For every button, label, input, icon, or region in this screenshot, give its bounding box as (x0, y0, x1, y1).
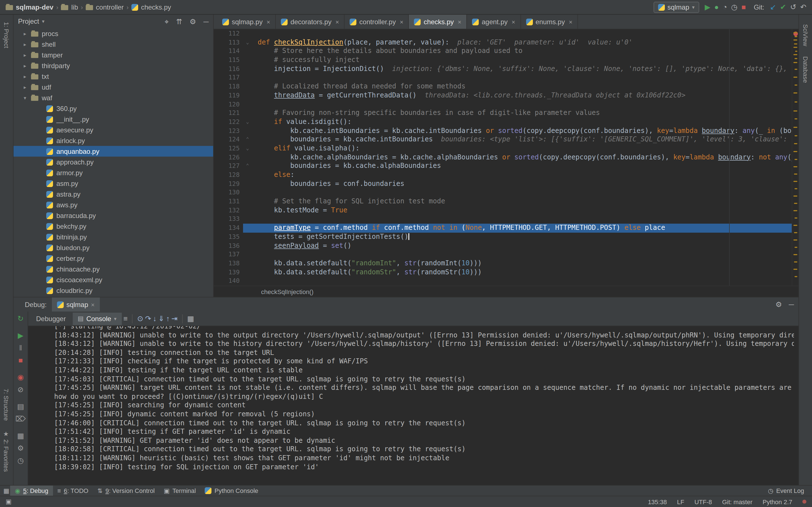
stripe-button-favorites[interactable]: ★ 2: Favorites (3, 426, 10, 477)
tree-file-item[interactable]: anquanbao.py (13, 146, 213, 157)
interpreter[interactable]: Python 2.7 (763, 498, 792, 505)
stripe-button-database[interactable]: Database (802, 51, 809, 88)
breadcrumb-item[interactable]: sqlmap-dev (6, 3, 53, 11)
resume-icon[interactable]: ▶ (18, 332, 23, 339)
gutter-line-number[interactable]: 118 (214, 82, 243, 91)
stop-icon[interactable]: ■ (742, 3, 746, 11)
update-project-icon[interactable]: ↙ (770, 3, 776, 11)
tree-folder-item[interactable]: ▸txt (13, 71, 213, 82)
tree-file-item[interactable]: cloudbric.py (13, 285, 213, 296)
print-icon[interactable]: ▤ (17, 403, 24, 410)
rerun-icon[interactable]: ↻ (17, 315, 24, 322)
error-stripe[interactable] (792, 29, 799, 286)
close-icon[interactable]: × (91, 301, 95, 308)
chevron-expanded-icon[interactable]: ▾ (24, 95, 31, 101)
gutter-line-number[interactable]: 124 (214, 135, 243, 144)
gutter-line-number[interactable]: 129 (214, 179, 243, 188)
debug-session-tab[interactable]: sqlmap × (52, 297, 100, 312)
gutter-line-number[interactable]: 128 (214, 171, 243, 179)
project-panel-title[interactable]: Project (18, 17, 39, 25)
close-icon[interactable]: × (569, 18, 572, 25)
run-to-cursor-icon[interactable]: ⇥ (171, 315, 177, 322)
step-into-icon[interactable]: ↓ (153, 315, 156, 322)
restore-layout-icon[interactable]: ▦ (17, 432, 24, 439)
chevron-collapsed-icon[interactable]: ▸ (24, 73, 31, 79)
chevron-collapsed-icon[interactable]: ▸ (24, 41, 31, 47)
run-with-coverage-icon[interactable]: ◔ (723, 3, 727, 11)
tree-file-item[interactable]: __init__.py (13, 114, 213, 124)
gutter-line-number[interactable]: 135 (214, 233, 243, 241)
locate-icon[interactable]: ⌖ (165, 18, 169, 25)
gutter-line-number[interactable]: 115 (214, 56, 243, 64)
settings-icon[interactable]: ⚙ (17, 445, 24, 452)
step-over-icon[interactable]: ↷ (145, 315, 151, 322)
run-icon[interactable]: ▶ (705, 3, 711, 11)
clear-console-icon[interactable]: ⌦ (15, 415, 26, 422)
toolwindow-toggle-icon[interactable]: ▣ (6, 499, 11, 505)
hide-panel-icon[interactable]: ─ (204, 18, 209, 25)
tree-file-item[interactable]: bluedon.py (13, 242, 213, 253)
tree-file-item[interactable]: cerber.py (13, 253, 213, 264)
evaluate-expression-icon[interactable]: ▦ (187, 315, 194, 322)
close-icon[interactable]: × (458, 18, 462, 25)
toolwindow-button-debug[interactable]: ◉5: Debug (10, 485, 53, 496)
profiler-icon[interactable]: ◷ (731, 3, 738, 11)
stripe-button-structure[interactable]: 7: Structure (3, 383, 10, 426)
gutter-line-number[interactable]: 133 (214, 215, 243, 224)
editor-tab[interactable]: agent.py× (467, 15, 521, 29)
toolwindow-button-terminal[interactable]: ▣Terminal (159, 485, 200, 496)
tree-file-item[interactable]: airlock.py (13, 135, 213, 146)
tree-file-item[interactable]: bitninja.py (13, 231, 213, 242)
gutter-line-number[interactable]: 137 (214, 250, 243, 259)
fold-marker-icon[interactable]: ⌃ (243, 135, 252, 144)
chevron-collapsed-icon[interactable]: ▸ (24, 52, 31, 58)
debug-icon[interactable]: ● (714, 3, 719, 11)
settings-icon[interactable]: ⚙ (190, 18, 196, 25)
gutter-line-number[interactable]: 126 (214, 153, 243, 162)
toolwindow-button-todo[interactable]: ≡6: TODO (53, 485, 93, 496)
stripe-button-project[interactable]: 1: Project (3, 17, 10, 53)
chevron-down-icon[interactable]: ▾ (42, 18, 45, 24)
pause-icon[interactable]: ‖ (19, 344, 22, 351)
close-icon[interactable]: × (336, 18, 339, 25)
editor-breadcrumb[interactable]: checkSqlInjection() (214, 286, 799, 297)
editor-tab[interactable]: sqlmap.py× (217, 15, 276, 29)
breadcrumb-item[interactable]: controller (86, 3, 124, 11)
gutter-line-number[interactable]: 125 (214, 144, 243, 153)
tree-file-item[interactable]: aws.py (13, 200, 213, 210)
gutter-line-number[interactable]: 130 (214, 188, 243, 197)
close-icon[interactable]: × (266, 18, 270, 25)
tree-folder-item[interactable]: ▸thirdparty (13, 60, 213, 71)
gutter-line-number[interactable]: 120 (214, 100, 243, 109)
git-branch[interactable]: Git: master (722, 498, 753, 505)
revert-icon[interactable]: ↶ (800, 3, 806, 11)
gutter-line-number[interactable]: 139 (214, 268, 243, 277)
tree-folder-item[interactable]: ▸procs (13, 28, 213, 39)
toolwindow-button-python-console[interactable]: Python Console (200, 485, 263, 496)
debug-console[interactable]: [*] starting @ 18:43:12 /2019-02-02/[18:… (28, 326, 799, 485)
close-icon[interactable]: × (400, 18, 403, 25)
collapse-all-icon[interactable]: ⇈ (176, 18, 182, 25)
tree-file-item[interactable]: ciscoacexml.py (13, 274, 213, 285)
fold-marker-icon[interactable]: ⌄ (243, 144, 252, 153)
show-execution-point-icon[interactable]: ⊙ (137, 315, 144, 322)
gutter-line-number[interactable]: 134 (214, 224, 243, 232)
tree-file-item[interactable]: bekchy.py (13, 221, 213, 231)
gutter-line-number[interactable]: 140 (214, 277, 243, 286)
debug-tab-console[interactable]: ▤Console▾ (72, 313, 121, 325)
line-ending[interactable]: LF (677, 498, 684, 505)
toolwindow-button-event-log[interactable]: ◷Event Log (763, 485, 809, 496)
code-editor[interactable]: 112113⌄def checkSqlInjection(place, para… (214, 29, 799, 286)
breadcrumb-item[interactable]: checks.py (132, 3, 171, 11)
gear-icon[interactable]: ⚙ (775, 301, 782, 308)
editor-tab[interactable]: decorators.py× (276, 15, 345, 29)
tree-folder-item[interactable]: ▸udf (13, 82, 213, 93)
force-step-into-icon[interactable]: ⇓ (158, 315, 164, 322)
breadcrumb-item[interactable]: lib (61, 3, 78, 11)
gutter-line-number[interactable]: 113 (214, 38, 243, 47)
toolwindow-button-version-control[interactable]: ⇅9: Version Control (93, 485, 159, 496)
gutter-line-number[interactable]: 117 (214, 73, 243, 82)
gutter-line-number[interactable]: 127 (214, 162, 243, 171)
editor-tab[interactable]: enums.py× (521, 15, 578, 29)
stop-icon[interactable]: ■ (18, 356, 23, 364)
